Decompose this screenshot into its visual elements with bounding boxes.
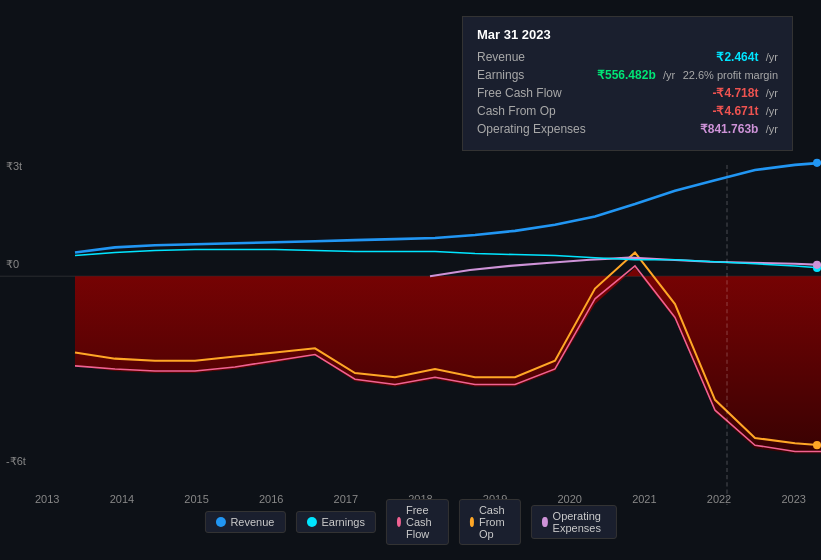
tooltip-revenue-unit: /yr: [766, 51, 778, 63]
legend-revenue-label: Revenue: [230, 516, 274, 528]
tooltip-cashop-value: -₹4.671t: [712, 104, 758, 118]
tooltip-fcf-unit: /yr: [766, 87, 778, 99]
y-label-middle: ₹0: [6, 258, 19, 271]
y-label-bottom: -₹6t: [6, 455, 26, 468]
svg-point-3: [813, 159, 821, 167]
tooltip-opex-label: Operating Expenses: [477, 122, 597, 136]
tooltip-fcf-row: Free Cash Flow -₹4.718t /yr: [477, 86, 778, 100]
x-label-2013: 2013: [35, 493, 59, 505]
legend-fcf-label: Free Cash Flow: [406, 504, 438, 540]
tooltip-fcf-label: Free Cash Flow: [477, 86, 597, 100]
chart-legend: Revenue Earnings Free Cash Flow Cash Fro…: [204, 499, 616, 545]
tooltip-opex-unit: /yr: [766, 123, 778, 135]
x-label-2021: 2021: [632, 493, 656, 505]
tooltip-cashop-label: Cash From Op: [477, 104, 597, 118]
legend-cash-from-op[interactable]: Cash From Op: [459, 499, 522, 545]
legend-earnings-dot: [306, 517, 316, 527]
svg-point-5: [813, 261, 821, 269]
legend-fcf-dot: [397, 517, 401, 527]
tooltip-earnings-value: ₹556.482b: [597, 68, 656, 82]
tooltip-opex-row: Operating Expenses ₹841.763b /yr: [477, 122, 778, 136]
tooltip-revenue-label: Revenue: [477, 50, 597, 64]
tooltip-cashop-row: Cash From Op -₹4.671t /yr: [477, 104, 778, 118]
svg-point-6: [813, 441, 821, 449]
tooltip-profit-margin: 22.6% profit margin: [683, 69, 778, 81]
legend-opex-dot: [542, 517, 547, 527]
legend-earnings-label: Earnings: [321, 516, 364, 528]
tooltip-revenue-value: ₹2.464t: [716, 50, 758, 64]
tooltip-earnings-unit: /yr: [663, 69, 675, 81]
tooltip-earnings-label: Earnings: [477, 68, 597, 82]
tooltip-cashop-unit: /yr: [766, 105, 778, 117]
legend-revenue-dot: [215, 517, 225, 527]
y-label-top: ₹3t: [6, 160, 22, 173]
tooltip-revenue-row: Revenue ₹2.464t /yr: [477, 50, 778, 64]
legend-operating-expenses[interactable]: Operating Expenses: [531, 505, 616, 539]
tooltip-fcf-value: -₹4.718t: [712, 86, 758, 100]
legend-free-cash-flow[interactable]: Free Cash Flow: [386, 499, 449, 545]
chart-container: ₹3t ₹0 -₹6t 2013 2014 2015 2016 2017 201…: [0, 0, 821, 560]
x-label-2023: 2023: [781, 493, 805, 505]
x-label-2022: 2022: [707, 493, 731, 505]
data-tooltip: Mar 31 2023 Revenue ₹2.464t /yr Earnings…: [462, 16, 793, 151]
legend-cashop-dot: [470, 517, 474, 527]
x-label-2014: 2014: [110, 493, 134, 505]
legend-earnings[interactable]: Earnings: [295, 511, 375, 533]
tooltip-date: Mar 31 2023: [477, 27, 778, 42]
legend-cashop-label: Cash From Op: [479, 504, 510, 540]
legend-opex-label: Operating Expenses: [553, 510, 606, 534]
tooltip-earnings-row: Earnings ₹556.482b /yr 22.6% profit marg…: [477, 68, 778, 82]
legend-revenue[interactable]: Revenue: [204, 511, 285, 533]
tooltip-opex-value: ₹841.763b: [700, 122, 759, 136]
